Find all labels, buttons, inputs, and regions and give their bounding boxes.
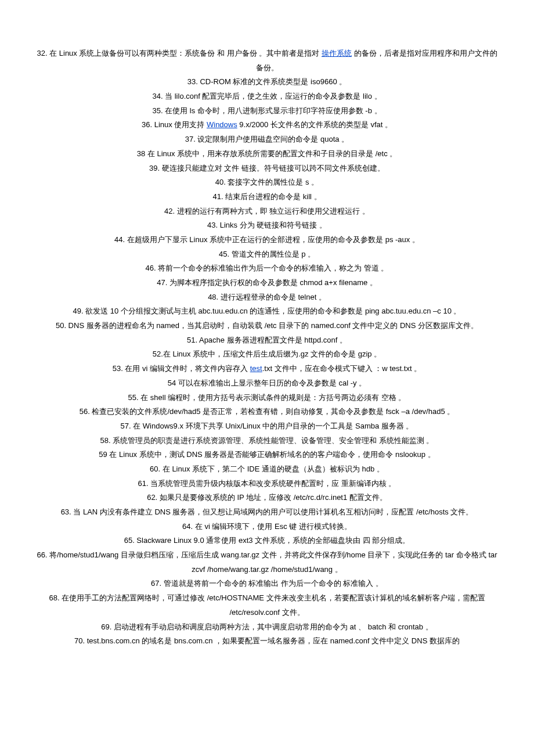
doc-line-41: 41. 结束后台进程的命令是 kill 。 [35, 190, 499, 204]
line-text: 52.在 Linux 系统中，压缩文件后生成后缀为.gz 文件的命令是 gzip… [153, 350, 381, 358]
doc-line-56: 56. 检查已安装的文件系统/dev/had5 是否正常，若检查有错，则自动修复… [35, 405, 499, 419]
line-text: 53. 在用 vi 编辑文件时，将文件内容存入 [113, 364, 250, 373]
doc-line-61: 61. 当系统管理员需升级内核版本和改变系统硬件配置时，应 重新编译内核 。 [35, 477, 499, 491]
line-text: 56. 检查已安装的文件系统/dev/had5 是否正常，若检查有错，则自动修复… [80, 407, 455, 416]
line-text: 50. DNS 服务器的进程命名为 named，当其启动时，自动装载 /etc … [56, 321, 478, 330]
document-content: 32. 在 Linux 系统上做备份可以有两种类型：系统备份 和 用户备份 。其… [35, 46, 499, 649]
line-text: 57. 在 Windows9.x 环境下共享 Unix/Linux 中的用户目录… [121, 422, 414, 430]
line-text: 54 可以在标准输出上显示整年日历的命令及参数是 cal -y 。 [168, 379, 366, 387]
line-text: 58. 系统管理员的职责是进行系统资源管理、系统性能管理、设备管理、安全管理和 … [100, 436, 434, 445]
line-text: 38 在 Linux 系统中，用来存放系统所需要的配置文件和子目录的目录是 /e… [137, 149, 398, 158]
line-text-post: 9.x/2000 长文件名的文件系统的类型是 vfat 。 [237, 120, 392, 129]
doc-line-65: 65. Slackware Linux 9.0 通常使用 ext3 文件系统，系… [35, 534, 499, 548]
line-text: 49. 欲发送 10 个分组报文测试与主机 abc.tuu.edu.cn 的连通… [73, 307, 461, 315]
doc-line-54: 54 可以在标准输出上显示整年日历的命令及参数是 cal -y 。 [35, 376, 499, 391]
doc-line-44: 44. 在超级用户下显示 Linux 系统中正在运行的全部进程，应使用的命令及参… [35, 233, 499, 247]
line-text: 70. test.bns.com.cn 的域名是 bns.com.cn ，如果要… [74, 636, 460, 645]
line-text: 44. 在超级用户下显示 Linux 系统中正在运行的全部进程，应使用的命令及参… [114, 235, 420, 244]
doc-line-38: 38 在 Linux 系统中，用来存放系统所需要的配置文件和子目录的目录是 /e… [35, 147, 499, 161]
doc-line-62: 62. 如果只是要修改系统的 IP 地址，应修改 /etc/rc.d/rc.in… [35, 491, 499, 505]
line-text: 61. 当系统管理员需升级内核版本和改变系统硬件配置时，应 重新编译内核 。 [138, 479, 396, 488]
doc-line-45: 45. 管道文件的属性位是 p 。 [35, 247, 499, 262]
doc-line-43: 43. Links 分为 硬链接和符号链接 。 [35, 218, 499, 233]
line-text: 37. 设定限制用户使用磁盘空间的命令是 quota 。 [185, 135, 349, 143]
line-text: 43. Links 分为 硬链接和符号链接 。 [207, 221, 327, 229]
line-text: 60. 在 Linux 系统下，第二个 IDE 通道的硬盘（从盘）被标识为 hd… [150, 465, 384, 473]
line-text: 62. 如果只是要修改系统的 IP 地址，应修改 /etc/rc.d/rc.in… [147, 493, 387, 502]
line-text: 51. Apache 服务器进程配置文件是 httpd.conf 。 [187, 336, 347, 344]
doc-line-57: 57. 在 Windows9.x 环境下共享 Unix/Linux 中的用户目录… [35, 419, 499, 434]
doc-line-53: 53. 在用 vi 编辑文件时，将文件内容存入 test.txt 文件中，应在命… [35, 362, 499, 376]
doc-line-59: 59 在 Linux 系统中，测试 DNS 服务器是否能够正确解析域名的的客户端… [35, 448, 499, 462]
line-text: 32. 在 Linux 系统上做备份可以有两种类型：系统备份 和 用户备份 。其… [37, 49, 321, 57]
doc-line-70: 70. test.bns.com.cn 的域名是 bns.com.cn ，如果要… [35, 634, 499, 649]
doc-line-42: 42. 进程的运行有两种方式，即 独立运行和使用父进程运行 。 [35, 204, 499, 219]
line-text: 69. 启动进程有手动启动和调度启动两种方法，其中调度启动常用的命令为 at 、… [101, 622, 432, 631]
doc-line-64: 64. 在 vi 编辑环境下，使用 Esc 键 进行模式转换。 [35, 520, 499, 534]
doc-line-32: 32. 在 Linux 系统上做备份可以有两种类型：系统备份 和 用户备份 。其… [35, 46, 499, 75]
line-text: 33. CD-ROM 标准的文件系统类型是 iso9660 。 [187, 77, 347, 86]
line-text: 40. 套接字文件的属性位是 s 。 [215, 178, 319, 186]
line-text: 39. 硬连接只能建立对 文件 链接。符号链接可以跨不同文件系统创建。 [149, 164, 385, 172]
line-text: 36. Linux 使用支持 [142, 120, 207, 129]
line-text: 67. 管道就是将前一个命令的 标准输出 作为后一个命令的 标准输入 。 [151, 579, 383, 588]
line-text: 35. 在使用 ls 命令时，用八进制形式显示非打印字符应使用参数 -b 。 [152, 106, 381, 115]
doc-line-39: 39. 硬连接只能建立对 文件 链接。符号链接可以跨不同文件系统创建。 [35, 161, 499, 176]
inline-link[interactable]: Windows [207, 120, 237, 129]
doc-line-63: 63. 当 LAN 内没有条件建立 DNS 服务器，但又想让局域网内的用户可以使… [35, 505, 499, 520]
doc-line-33: 33. CD-ROM 标准的文件系统类型是 iso9660 。 [35, 75, 499, 89]
line-text: 47. 为脚本程序指定执行权的命令及参数是 chmod a+x filename… [157, 278, 377, 287]
line-text: 46. 将前一个命令的标准输出作为后一个命令的标准输入，称之为 管道 。 [146, 264, 389, 272]
doc-line-49: 49. 欲发送 10 个分组报文测试与主机 abc.tuu.edu.cn 的连通… [35, 304, 499, 319]
line-text: 48. 进行远程登录的命令是 telnet 。 [208, 293, 326, 301]
doc-line-55: 55. 在 shell 编程时，使用方括号表示测试条件的规则是：方括号两边必须有… [35, 391, 499, 405]
doc-line-52: 52.在 Linux 系统中，压缩文件后生成后缀为.gz 文件的命令是 gzip… [35, 347, 499, 362]
line-text: 65. Slackware Linux 9.0 通常使用 ext3 文件系统，系… [124, 536, 410, 545]
line-text-post: .txt 文件中，应在命令模式下键入 ：w test.txt 。 [262, 364, 421, 373]
line-text: 59 在 Linux 系统中，测试 DNS 服务器是否能够正确解析域名的的客户端… [99, 450, 435, 459]
doc-line-66: 66. 将/home/stud1/wang 目录做归档压缩，压缩后生成 wang… [35, 548, 499, 577]
doc-line-46: 46. 将前一个命令的标准输出作为后一个命令的标准输入，称之为 管道 。 [35, 261, 499, 276]
inline-link[interactable]: 操作系统 [322, 49, 352, 57]
line-text: 55. 在 shell 编程时，使用方括号表示测试条件的规则是：方括号两边必须有… [128, 393, 406, 402]
doc-line-69: 69. 启动进程有手动启动和调度启动两种方法，其中调度启动常用的命令为 at 、… [35, 620, 499, 635]
doc-line-36: 36. Linux 使用支持 Windows 9.x/2000 长文件名的文件系… [35, 118, 499, 132]
doc-line-58: 58. 系统管理员的职责是进行系统资源管理、系统性能管理、设备管理、安全管理和 … [35, 434, 499, 448]
line-text: 34. 当 lilo.conf 配置完毕后，使之生效，应运行的命令及参数是 li… [152, 92, 381, 100]
line-text: 41. 结束后台进程的命令是 kill 。 [212, 192, 321, 201]
line-text: 64. 在 vi 编辑环境下，使用 Esc 键 进行模式转换。 [182, 522, 352, 531]
line-text: 68. 在使用手工的方法配置网络时，可通过修改 /etc/HOSTNAME 文件… [49, 593, 485, 617]
doc-line-34: 34. 当 lilo.conf 配置完毕后，使之生效，应运行的命令及参数是 li… [35, 89, 499, 104]
line-text: 42. 进程的运行有两种方式，即 独立运行和使用父进程运行 。 [164, 207, 370, 215]
line-text: 66. 将/home/stud1/wang 目录做归档压缩，压缩后生成 wang… [37, 550, 497, 574]
inline-link[interactable]: test [250, 364, 262, 373]
doc-line-68: 68. 在使用手工的方法配置网络时，可通过修改 /etc/HOSTNAME 文件… [35, 591, 499, 620]
doc-line-60: 60. 在 Linux 系统下，第二个 IDE 通道的硬盘（从盘）被标识为 hd… [35, 462, 499, 477]
doc-line-40: 40. 套接字文件的属性位是 s 。 [35, 175, 499, 190]
doc-line-37: 37. 设定限制用户使用磁盘空间的命令是 quota 。 [35, 132, 499, 147]
doc-line-51: 51. Apache 服务器进程配置文件是 httpd.conf 。 [35, 333, 499, 348]
doc-line-67: 67. 管道就是将前一个命令的 标准输出 作为后一个命令的 标准输入 。 [35, 577, 499, 591]
doc-line-47: 47. 为脚本程序指定执行权的命令及参数是 chmod a+x filename… [35, 276, 499, 290]
line-text: 63. 当 LAN 内没有条件建立 DNS 服务器，但又想让局域网内的用户可以使… [61, 507, 474, 516]
doc-line-48: 48. 进行远程登录的命令是 telnet 。 [35, 290, 499, 305]
line-text: 45. 管道文件的属性位是 p 。 [219, 250, 315, 258]
doc-line-35: 35. 在使用 ls 命令时，用八进制形式显示非打印字符应使用参数 -b 。 [35, 104, 499, 118]
doc-line-50: 50. DNS 服务器的进程命名为 named，当其启动时，自动装载 /etc … [35, 319, 499, 333]
